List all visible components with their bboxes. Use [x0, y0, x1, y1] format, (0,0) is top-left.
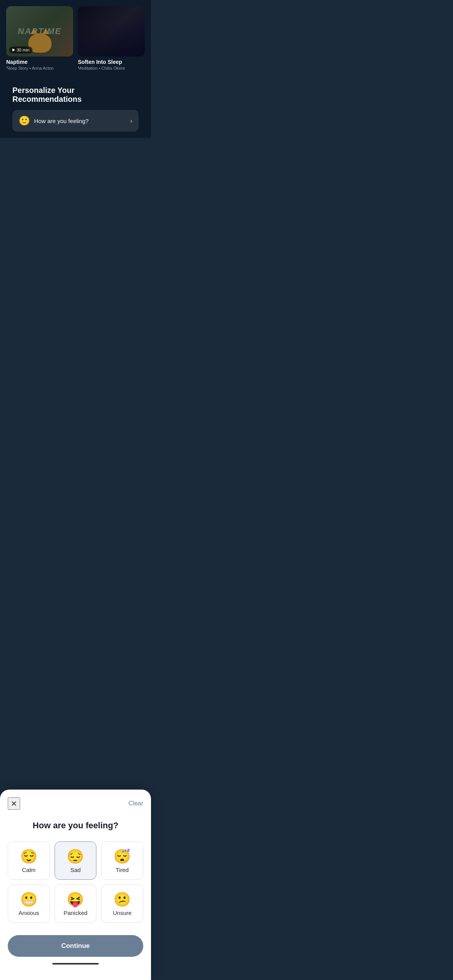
- naptime-card-image: NAPTiME 30 min: [6, 6, 73, 57]
- content-cards-row: NAPTiME 30 min Naptime Sleep Story • Ann…: [6, 6, 145, 70]
- soften-subtitle: Meditation • Chibs Okere: [78, 66, 145, 70]
- naptime-subtitle: Sleep Story • Anna Acton: [6, 66, 73, 70]
- person-silhouette: [78, 6, 145, 57]
- play-icon: [12, 48, 15, 51]
- chevron-right-icon: ›: [130, 117, 132, 125]
- personalize-section: Personalize Your Recommendations 🙂 How a…: [6, 80, 145, 138]
- naptime-title: Naptime: [6, 59, 73, 65]
- cat-ear-left: [30, 29, 38, 34]
- feeling-bar-text: How are you feeling?: [34, 118, 89, 124]
- personalize-title: Personalize Your Recommendations: [12, 86, 139, 104]
- background-content: NAPTiME 30 min Naptime Sleep Story • Ann…: [0, 0, 151, 138]
- soften-title: Soften Into Sleep: [78, 59, 145, 65]
- soften-card-image: [78, 6, 145, 57]
- feeling-bar-left: 🙂 How are you feeling?: [19, 115, 89, 126]
- soften-card[interactable]: Soften Into Sleep Meditation • Chibs Oke…: [78, 6, 145, 70]
- feeling-bar-emoji: 🙂: [19, 115, 30, 126]
- cat-ear-right: [42, 29, 50, 34]
- naptime-card[interactable]: NAPTiME 30 min Naptime Sleep Story • Ann…: [6, 6, 73, 70]
- play-badge: 30 min: [9, 46, 33, 53]
- duration-label: 30 min: [17, 48, 29, 52]
- feeling-bar[interactable]: 🙂 How are you feeling? ›: [12, 110, 139, 132]
